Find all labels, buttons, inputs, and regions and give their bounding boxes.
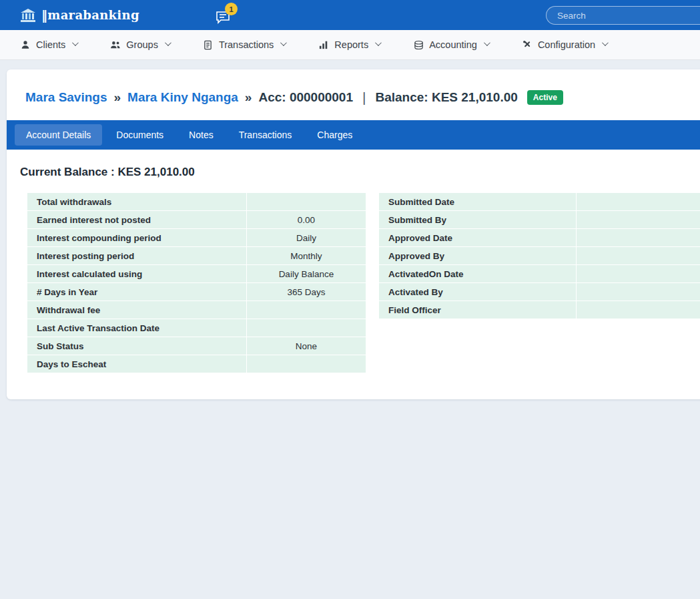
nav-item-accounting[interactable]: Accounting (413, 39, 488, 50)
field-value: Monthly (246, 247, 366, 265)
field-label: Submitted By (378, 211, 576, 229)
table-row: Approved Date (378, 229, 700, 247)
field-value: 365 Days (246, 283, 366, 301)
status-badge: Active (527, 90, 563, 105)
current-balance-heading: Current Balance : KES 21,010.00 (7, 150, 700, 192)
table-row: Interest compounding period Daily (27, 229, 366, 247)
table-row: # Days in Year 365 Days (27, 283, 366, 301)
nav-item-label: Reports (334, 39, 368, 50)
person-icon (20, 39, 31, 50)
tab-documents[interactable]: Documents (105, 124, 175, 146)
field-label: ActivatedOn Date (378, 265, 576, 283)
nav-item-label: Groups (126, 39, 158, 50)
field-label: Last Active Transaction Date (27, 319, 247, 337)
field-value (577, 211, 700, 229)
breadcrumb-separator: » (114, 90, 121, 105)
table-row: ActivatedOn Date (378, 265, 700, 283)
journal-icon (203, 39, 214, 50)
account-card: Mara Savings » Mara Kiny Nganga » Acc: 0… (7, 69, 700, 399)
field-label: Sub Status (27, 337, 247, 355)
account-detail-tables: Total withdrawals Earned interest not po… (7, 192, 700, 373)
field-label: Interest compounding period (27, 229, 247, 247)
account-lifecycle-table: Submitted Date Submitted By Approved Dat… (378, 192, 700, 319)
nav-item-clients[interactable]: Clients (20, 39, 77, 50)
brand-name: ‖marabanking (41, 8, 139, 22)
main-nav: Clients Groups Transactions Reports (0, 30, 700, 60)
chevron-down-icon (165, 39, 171, 46)
chevron-down-icon (375, 39, 382, 46)
nav-item-label: Accounting (429, 39, 477, 50)
table-row: Total withdrawals (27, 193, 366, 211)
account-terms-table: Total withdrawals Earned interest not po… (27, 192, 366, 373)
table-row: Activated By (378, 283, 700, 301)
bank-logo-icon (20, 8, 36, 23)
table-row: Submitted By (378, 211, 700, 229)
breadcrumb-pipe: | (362, 89, 366, 106)
field-label: Days to Escheat (27, 355, 247, 373)
tab-charges[interactable]: Charges (306, 124, 364, 146)
table-row: Field Officer (378, 301, 700, 319)
table-row: Earned interest not posted 0.00 (27, 211, 366, 229)
brand[interactable]: ‖marabanking (20, 8, 139, 23)
field-label: Submitted Date (378, 193, 576, 211)
account-tabs: Account Details Documents Notes Transact… (7, 120, 700, 150)
field-value: None (246, 337, 366, 355)
notifications-button[interactable]: 1 (216, 7, 238, 27)
field-label: Total withdrawals (27, 193, 247, 211)
nav-item-transactions[interactable]: Transactions (203, 39, 285, 50)
nav-item-groups[interactable]: Groups (110, 39, 169, 50)
field-value (577, 229, 700, 247)
field-value (246, 319, 366, 337)
field-label: Field Officer (378, 301, 576, 319)
field-label: Earned interest not posted (27, 211, 247, 229)
field-value (246, 193, 366, 211)
breadcrumb-account-number: Acc: 000000001 (258, 90, 353, 105)
field-value: Daily Balance (246, 265, 366, 283)
field-value (246, 355, 366, 373)
nav-item-configuration[interactable]: Configuration (522, 39, 607, 50)
field-value (577, 283, 700, 301)
tab-notes[interactable]: Notes (178, 124, 225, 146)
field-value (577, 193, 700, 211)
field-label: Activated By (378, 283, 576, 301)
table-row: Days to Escheat (27, 355, 366, 373)
field-label: Interest calculated using (27, 265, 247, 283)
chevron-down-icon (72, 39, 79, 46)
field-value (577, 265, 700, 283)
nav-item-reports[interactable]: Reports (318, 39, 380, 50)
field-label: Approved Date (378, 229, 576, 247)
table-row: Sub Status None (27, 337, 366, 355)
breadcrumb-balance: Balance: KES 21,010.00 (375, 90, 517, 105)
nav-item-label: Clients (36, 39, 65, 50)
table-row: Last Active Transaction Date (27, 319, 366, 337)
tools-icon (522, 39, 533, 50)
table-row: Interest calculated using Daily Balance (27, 265, 366, 283)
top-app-bar: ‖marabanking 1 (0, 0, 700, 30)
chevron-down-icon (484, 39, 490, 46)
coins-icon (413, 39, 424, 50)
search-input[interactable] (546, 6, 700, 25)
field-label: Interest posting period (27, 247, 247, 265)
table-row: Withdrawal fee (27, 301, 366, 319)
field-value: 0.00 (246, 211, 366, 229)
tab-account-details[interactable]: Account Details (15, 124, 102, 146)
people-icon (110, 39, 121, 50)
field-label: Approved By (378, 247, 576, 265)
breadcrumb-separator: » (245, 90, 252, 105)
tab-transactions[interactable]: Transactions (228, 124, 304, 146)
field-value: Daily (246, 229, 366, 247)
field-label: Withdrawal fee (27, 301, 247, 319)
breadcrumb-product-link[interactable]: Mara Savings (25, 90, 107, 105)
table-row: Approved By (378, 247, 700, 265)
table-row: Interest posting period Monthly (27, 247, 366, 265)
nav-item-label: Configuration (538, 39, 595, 50)
bar-chart-icon (318, 39, 329, 50)
chevron-down-icon (602, 39, 609, 46)
field-value (577, 247, 700, 265)
breadcrumb: Mara Savings » Mara Kiny Nganga » Acc: 0… (7, 69, 700, 120)
breadcrumb-client-link[interactable]: Mara Kiny Nganga (127, 90, 238, 105)
field-label: # Days in Year (27, 283, 247, 301)
field-value (577, 301, 700, 319)
chevron-down-icon (280, 39, 287, 46)
field-value (246, 301, 366, 319)
